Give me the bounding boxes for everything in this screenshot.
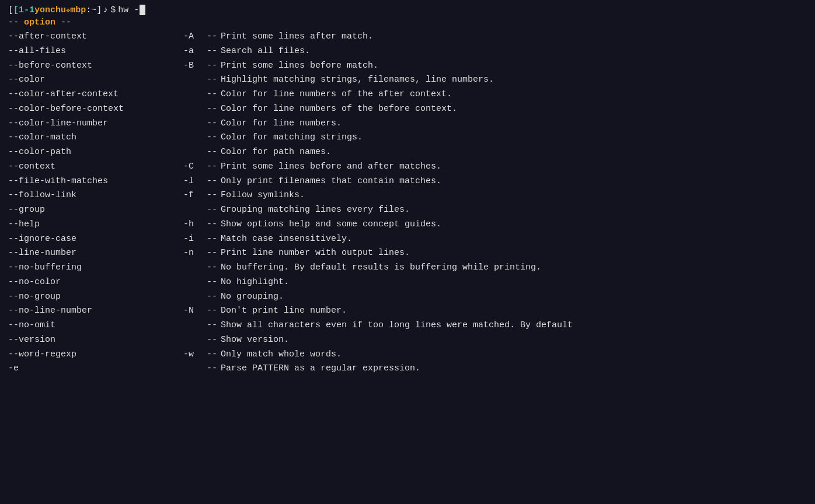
- path: :~]: [86, 5, 102, 15]
- option-long: --group: [8, 203, 183, 218]
- option-separator: --: [207, 145, 217, 160]
- option-long: --color-before-context: [8, 102, 183, 117]
- option-row: --version--Show version.: [8, 333, 807, 348]
- option-row: --color-match--Color for matching string…: [8, 131, 807, 145]
- option-description: Show options help and some concept guide…: [221, 218, 807, 232]
- option-separator: --: [207, 131, 217, 145]
- option-description: Follow symlinks.: [221, 188, 807, 203]
- option-separator: --: [207, 362, 217, 376]
- option-separator: --: [207, 290, 217, 304]
- option-long: --color-after-context: [8, 88, 183, 102]
- option-row: --ignore-case-i--Match case insensitivel…: [8, 232, 807, 247]
- options-list: --after-context-A--Print some lines afte…: [8, 30, 807, 376]
- option-separator: --: [207, 246, 217, 261]
- option-description: Print some lines before match.: [221, 59, 807, 74]
- option-description: Show all characters even if too long lin…: [221, 318, 807, 333]
- option-row: --after-context-A--Print some lines afte…: [8, 30, 807, 44]
- option-long: --all-files: [8, 44, 183, 59]
- option-row: --color-after-context--Color for line nu…: [8, 88, 807, 102]
- option-separator: --: [207, 30, 217, 44]
- option-short: -a: [183, 44, 207, 59]
- option-long: --no-group: [8, 290, 183, 304]
- option-long: --word-regexp: [8, 348, 183, 362]
- option-row: --before-context-B--Print some lines bef…: [8, 59, 807, 74]
- option-separator: --: [207, 59, 217, 74]
- option-row: --group--Grouping matching lines every f…: [8, 203, 807, 218]
- option-short: -B: [183, 59, 207, 74]
- dollar-sign: $: [110, 5, 116, 15]
- option-long: --file-with-matches: [8, 174, 183, 189]
- option-long: --before-context: [8, 59, 183, 74]
- option-separator: --: [207, 261, 217, 275]
- option-description: Show version.: [221, 333, 807, 348]
- option-description: Grouping matching lines every files.: [221, 203, 807, 218]
- option-long: -e: [8, 362, 183, 376]
- prompt-line: [ [1-1 yonchu ❖ mbp :~] ♪ $ hw -: [8, 5, 807, 15]
- option-description: Color for line numbers of the after cont…: [221, 88, 807, 102]
- command-text: hw -: [118, 5, 139, 15]
- terminal-window: [ [1-1 yonchu ❖ mbp :~] ♪ $ hw - -- opti…: [0, 0, 815, 504]
- option-row: -e--Parse PATTERN as a regular expressio…: [8, 362, 807, 376]
- option-row: --help-h--Show options help and some con…: [8, 218, 807, 232]
- option-row: --color-before-context--Color for line n…: [8, 102, 807, 117]
- option-row: --color-line-number--Color for line numb…: [8, 117, 807, 131]
- option-long: --color-match: [8, 131, 183, 145]
- option-separator: --: [207, 318, 217, 333]
- option-short: -N: [183, 304, 207, 318]
- option-separator: --: [207, 218, 217, 232]
- option-row: --follow-link-f--Follow symlinks.: [8, 188, 807, 203]
- option-long: --version: [8, 333, 183, 348]
- option-description: Only match whole words.: [221, 348, 807, 362]
- option-row: --no-group--No grouping.: [8, 290, 807, 304]
- option-row: --word-regexp-w--Only match whole words.: [8, 348, 807, 362]
- option-long: --color-line-number: [8, 117, 183, 131]
- option-separator: --: [207, 333, 217, 348]
- option-short: -C: [183, 160, 207, 174]
- option-row: --color--Highlight matching strings, fil…: [8, 73, 807, 88]
- option-long: --after-context: [8, 30, 183, 44]
- option-separator: --: [207, 117, 217, 131]
- option-description: Print some lines before and after matche…: [221, 160, 807, 174]
- username: yonchu: [34, 5, 66, 15]
- option-short: -n: [183, 246, 207, 261]
- header-dash-left: --: [8, 18, 24, 27]
- option-separator: --: [207, 102, 217, 117]
- option-row: --no-color--No highlight.: [8, 275, 807, 290]
- option-short: -f: [183, 188, 207, 203]
- option-row: --line-number-n--Print line number with …: [8, 246, 807, 261]
- option-short: -i: [183, 232, 207, 247]
- option-description: Search all files.: [221, 44, 807, 59]
- option-separator: --: [207, 44, 217, 59]
- header-label: option: [24, 18, 55, 27]
- option-description: Color for line numbers.: [221, 117, 807, 131]
- option-description: No buffering. By default results is buff…: [221, 261, 807, 275]
- option-long: --help: [8, 218, 183, 232]
- option-long: --no-omit: [8, 318, 183, 333]
- hostname: mbp: [70, 5, 86, 15]
- header-dash-right: --: [55, 18, 71, 27]
- bracket-open: [: [8, 5, 13, 15]
- option-long: --color: [8, 73, 183, 88]
- music-icon: ♪: [103, 5, 108, 15]
- option-description: Color for line numbers of the before con…: [221, 102, 807, 117]
- option-description: Color for path names.: [221, 145, 807, 160]
- option-description: No grouping.: [221, 290, 807, 304]
- option-separator: --: [207, 304, 217, 318]
- option-row: --color-path--Color for path names.: [8, 145, 807, 160]
- option-separator: --: [207, 232, 217, 247]
- section-header: -- option --: [8, 18, 807, 27]
- option-long: --no-color: [8, 275, 183, 290]
- option-separator: --: [207, 348, 217, 362]
- option-row: --no-line-number-N--Don't print line num…: [8, 304, 807, 318]
- cursor: [140, 5, 145, 15]
- option-row: --file-with-matches-l--Only print filena…: [8, 174, 807, 189]
- option-separator: --: [207, 88, 217, 102]
- option-description: Only print filenames that contain matche…: [221, 174, 807, 189]
- option-separator: --: [207, 203, 217, 218]
- option-long: --context: [8, 160, 183, 174]
- option-long: --line-number: [8, 246, 183, 261]
- option-separator: --: [207, 160, 217, 174]
- option-description: Parse PATTERN as a regular expression.: [221, 362, 807, 376]
- option-separator: --: [207, 73, 217, 88]
- option-description: No highlight.: [221, 275, 807, 290]
